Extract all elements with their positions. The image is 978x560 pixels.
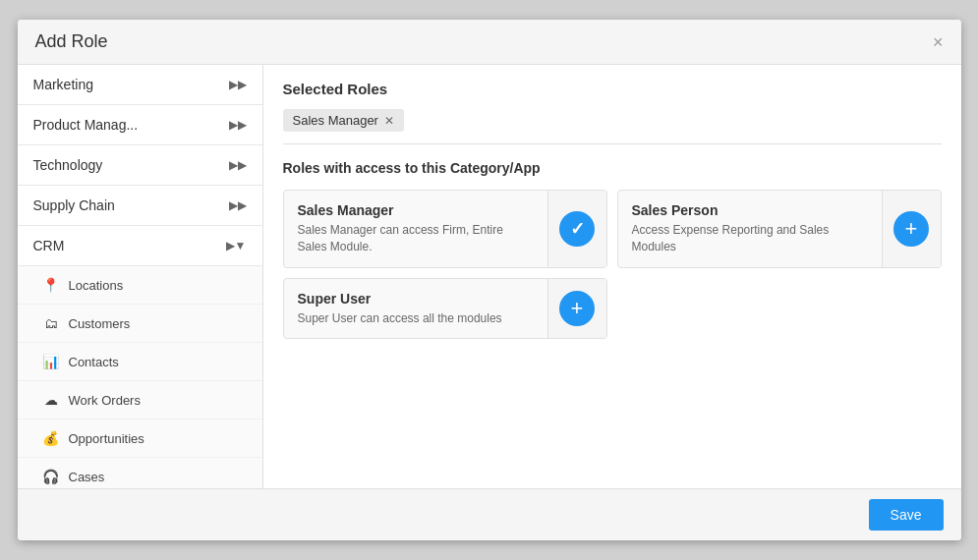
- role-card-info: Sales Manager Sales Manager can access F…: [284, 191, 547, 267]
- dialog-footer: Save: [18, 488, 961, 540]
- role-card-sales-manager: Sales Manager Sales Manager can access F…: [283, 190, 607, 268]
- role-card-action: [547, 279, 606, 339]
- role-tag-close-button[interactable]: ✕: [384, 114, 394, 128]
- roles-grid: Sales Manager Sales Manager can access F…: [283, 190, 942, 339]
- save-button[interactable]: Save: [869, 499, 944, 531]
- role-tag-label: Sales Manager: [293, 113, 378, 128]
- role-card-info: Sales Person Access Expense Reporting an…: [618, 191, 882, 267]
- work-orders-icon: ☁: [41, 390, 61, 410]
- main-content: Selected Roles Sales Manager ✕ Roles wit…: [263, 65, 961, 488]
- role-description: Sales Manager can access Firm, Entire Sa…: [298, 222, 534, 255]
- chevron-right-icon: ▶: [229, 78, 247, 91]
- roles-access-title: Roles with access to this Category/App: [283, 160, 942, 176]
- cases-icon: 🎧: [41, 467, 61, 486]
- role-name: Sales Person: [632, 202, 868, 218]
- locations-icon: 📍: [41, 275, 61, 295]
- sidebar-item-work-orders[interactable]: ☁ Work Orders: [18, 381, 262, 420]
- roles-access-section: Roles with access to this Category/App S…: [283, 160, 942, 339]
- role-card-action: [547, 191, 606, 267]
- sidebar-item-opportunities[interactable]: 💰 Opportunities: [18, 420, 262, 458]
- dialog-body: Marketing ▶ Product Manag... ▶ Technolog…: [18, 65, 961, 488]
- sidebar-item-label: Supply Chain: [33, 197, 115, 213]
- sidebar-item-contacts[interactable]: 📊 Contacts: [18, 343, 262, 381]
- sidebar-item-label: Product Manag...: [33, 117, 139, 133]
- role-description: Super User can access all the modules: [298, 310, 534, 327]
- sidebar-item-label: Work Orders: [69, 393, 141, 408]
- sidebar: Marketing ▶ Product Manag... ▶ Technolog…: [18, 65, 263, 488]
- chevron-down-icon: ▼: [226, 239, 247, 252]
- sidebar-item-locations[interactable]: 📍 Locations: [18, 266, 262, 305]
- dialog-title: Add Role: [35, 31, 108, 52]
- selected-roles-title: Selected Roles: [283, 81, 942, 97]
- dialog-header: Add Role ×: [18, 20, 961, 65]
- sidebar-item-label: Opportunities: [69, 431, 144, 446]
- chevron-right-icon: ▶: [229, 198, 247, 212]
- role-card-action: [882, 191, 941, 267]
- select-role-button-sales-manager[interactable]: [559, 211, 595, 247]
- customers-icon: 🗂: [41, 313, 61, 333]
- sidebar-item-label: Locations: [69, 278, 124, 293]
- close-button[interactable]: ×: [933, 33, 944, 51]
- sidebar-item-supply-chain[interactable]: Supply Chain ▶: [18, 186, 262, 226]
- select-role-button-sales-person[interactable]: [893, 211, 929, 247]
- sidebar-item-label: Contacts: [69, 355, 119, 369]
- role-name: Sales Manager: [298, 202, 534, 218]
- sidebar-item-label: Cases: [69, 470, 105, 484]
- sidebar-item-technology[interactable]: Technology ▶: [18, 145, 262, 186]
- sidebar-item-cases[interactable]: 🎧 Cases: [18, 458, 262, 488]
- checkmark-icon: [570, 217, 585, 240]
- role-card-super-user: Super User Super User can access all the…: [283, 278, 607, 340]
- plus-icon: [571, 296, 584, 321]
- role-name: Super User: [298, 291, 534, 307]
- sidebar-item-label: Customers: [69, 316, 131, 331]
- contacts-icon: 📊: [41, 352, 61, 371]
- plus-icon: [905, 216, 918, 242]
- add-role-dialog: Add Role × Marketing ▶ Product Manag... …: [18, 20, 961, 540]
- selected-roles-section: Selected Roles Sales Manager ✕: [283, 81, 942, 144]
- sidebar-item-customers[interactable]: 🗂 Customers: [18, 305, 262, 343]
- role-tag-sales-manager: Sales Manager ✕: [283, 109, 404, 132]
- chevron-right-icon: ▶: [229, 118, 247, 132]
- role-card-sales-person: Sales Person Access Expense Reporting an…: [617, 190, 942, 268]
- chevron-right-icon: ▶: [229, 158, 247, 172]
- role-description: Access Expense Reporting and Sales Modul…: [632, 222, 868, 255]
- crm-sub-items: 📍 Locations 🗂 Customers 📊 Contacts ☁ Wor…: [18, 266, 262, 488]
- sidebar-item-crm[interactable]: CRM ▼: [18, 226, 262, 266]
- sidebar-item-label: Marketing: [33, 77, 93, 92]
- opportunities-icon: 💰: [41, 428, 61, 448]
- select-role-button-super-user[interactable]: [559, 291, 595, 326]
- sidebar-item-product-manag[interactable]: Product Manag... ▶: [18, 105, 262, 145]
- sidebar-item-marketing[interactable]: Marketing ▶: [18, 65, 262, 105]
- role-card-info: Super User Super User can access all the…: [284, 279, 547, 339]
- sidebar-item-label: CRM: [33, 238, 65, 253]
- sidebar-item-label: Technology: [33, 157, 103, 173]
